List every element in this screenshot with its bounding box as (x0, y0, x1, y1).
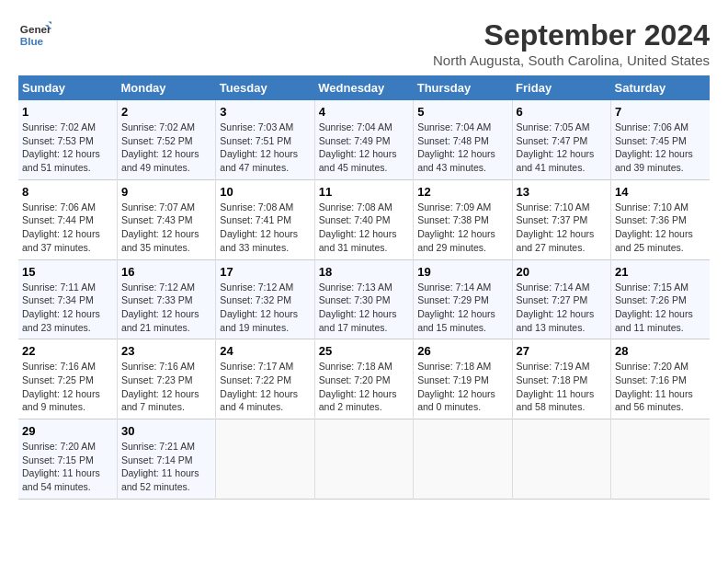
calendar-cell: 6Sunrise: 7:05 AM Sunset: 7:47 PM Daylig… (512, 100, 610, 179)
day-info: Sunrise: 7:16 AM Sunset: 7:23 PM Dayligh… (121, 360, 211, 414)
day-number: 9 (121, 185, 211, 199)
calendar-cell: 1Sunrise: 7:02 AM Sunset: 7:53 PM Daylig… (18, 100, 117, 179)
calendar-week-3: 15Sunrise: 7:11 AM Sunset: 7:34 PM Dayli… (18, 259, 710, 339)
svg-text:General: General (20, 23, 51, 35)
day-number: 16 (121, 265, 211, 279)
day-header-friday: Friday (512, 75, 610, 100)
days-header-row: SundayMondayTuesdayWednesdayThursdayFrid… (18, 75, 710, 100)
day-info: Sunrise: 7:20 AM Sunset: 7:16 PM Dayligh… (615, 360, 706, 414)
day-info: Sunrise: 7:13 AM Sunset: 7:30 PM Dayligh… (319, 281, 409, 335)
calendar-cell: 5Sunrise: 7:04 AM Sunset: 7:48 PM Daylig… (414, 100, 512, 179)
day-number: 10 (220, 185, 310, 199)
day-info: Sunrise: 7:15 AM Sunset: 7:26 PM Dayligh… (615, 281, 706, 335)
day-info: Sunrise: 7:06 AM Sunset: 7:44 PM Dayligh… (22, 201, 113, 255)
calendar-cell (216, 419, 314, 500)
day-header-monday: Monday (117, 75, 215, 100)
day-number: 13 (517, 185, 607, 199)
calendar-cell: 22Sunrise: 7:16 AM Sunset: 7:25 PM Dayli… (18, 339, 117, 419)
calendar-cell: 23Sunrise: 7:16 AM Sunset: 7:23 PM Dayli… (117, 339, 215, 419)
calendar-cell: 17Sunrise: 7:12 AM Sunset: 7:32 PM Dayli… (216, 259, 314, 339)
day-number: 19 (417, 265, 507, 279)
calendar-week-5: 29Sunrise: 7:20 AM Sunset: 7:15 PM Dayli… (18, 419, 710, 500)
day-info: Sunrise: 7:16 AM Sunset: 7:25 PM Dayligh… (22, 360, 113, 414)
header: General Blue September 2024 North August… (18, 18, 710, 68)
day-info: Sunrise: 7:02 AM Sunset: 7:53 PM Dayligh… (22, 121, 113, 175)
day-info: Sunrise: 7:18 AM Sunset: 7:19 PM Dayligh… (417, 360, 507, 414)
day-info: Sunrise: 7:20 AM Sunset: 7:15 PM Dayligh… (22, 440, 113, 494)
day-number: 25 (319, 344, 409, 358)
day-info: Sunrise: 7:17 AM Sunset: 7:22 PM Dayligh… (220, 360, 310, 414)
calendar-cell (314, 419, 413, 500)
day-header-tuesday: Tuesday (216, 75, 314, 100)
main-title: September 2024 (433, 18, 710, 52)
day-info: Sunrise: 7:09 AM Sunset: 7:38 PM Dayligh… (417, 201, 507, 255)
day-header-thursday: Thursday (414, 75, 512, 100)
day-info: Sunrise: 7:12 AM Sunset: 7:32 PM Dayligh… (220, 281, 310, 335)
day-number: 8 (22, 185, 113, 199)
day-info: Sunrise: 7:10 AM Sunset: 7:37 PM Dayligh… (517, 201, 607, 255)
calendar-cell: 4Sunrise: 7:04 AM Sunset: 7:49 PM Daylig… (314, 100, 413, 179)
day-number: 6 (517, 105, 607, 119)
day-header-sunday: Sunday (18, 75, 117, 100)
day-info: Sunrise: 7:19 AM Sunset: 7:18 PM Dayligh… (517, 360, 607, 414)
day-number: 17 (220, 265, 310, 279)
calendar-cell: 16Sunrise: 7:12 AM Sunset: 7:33 PM Dayli… (117, 259, 215, 339)
day-info: Sunrise: 7:18 AM Sunset: 7:20 PM Dayligh… (319, 360, 409, 414)
day-info: Sunrise: 7:02 AM Sunset: 7:52 PM Dayligh… (121, 121, 211, 175)
logo-icon: General Blue (18, 18, 51, 52)
day-number: 5 (417, 105, 507, 119)
day-number: 26 (417, 344, 507, 358)
calendar-cell: 8Sunrise: 7:06 AM Sunset: 7:44 PM Daylig… (18, 179, 117, 259)
day-number: 2 (121, 105, 211, 119)
day-info: Sunrise: 7:12 AM Sunset: 7:33 PM Dayligh… (121, 281, 211, 335)
title-area: September 2024 North Augusta, South Caro… (433, 18, 710, 68)
day-number: 20 (517, 265, 607, 279)
day-number: 29 (22, 424, 113, 438)
calendar-cell: 11Sunrise: 7:08 AM Sunset: 7:40 PM Dayli… (314, 179, 413, 259)
day-number: 15 (22, 265, 113, 279)
calendar-cell: 3Sunrise: 7:03 AM Sunset: 7:51 PM Daylig… (216, 100, 314, 179)
day-info: Sunrise: 7:08 AM Sunset: 7:41 PM Dayligh… (220, 201, 310, 255)
calendar-cell: 30Sunrise: 7:21 AM Sunset: 7:14 PM Dayli… (117, 419, 215, 500)
day-header-wednesday: Wednesday (314, 75, 413, 100)
logo: General Blue (18, 18, 51, 52)
day-number: 12 (417, 185, 507, 199)
calendar-cell: 29Sunrise: 7:20 AM Sunset: 7:15 PM Dayli… (18, 419, 117, 500)
calendar-cell: 21Sunrise: 7:15 AM Sunset: 7:26 PM Dayli… (611, 259, 710, 339)
calendar-cell: 26Sunrise: 7:18 AM Sunset: 7:19 PM Dayli… (414, 339, 512, 419)
day-info: Sunrise: 7:08 AM Sunset: 7:40 PM Dayligh… (319, 201, 409, 255)
calendar-cell: 18Sunrise: 7:13 AM Sunset: 7:30 PM Dayli… (314, 259, 413, 339)
day-info: Sunrise: 7:04 AM Sunset: 7:48 PM Dayligh… (417, 121, 507, 175)
calendar-cell: 24Sunrise: 7:17 AM Sunset: 7:22 PM Dayli… (216, 339, 314, 419)
calendar-cell (414, 419, 512, 500)
calendar-cell: 27Sunrise: 7:19 AM Sunset: 7:18 PM Dayli… (512, 339, 610, 419)
day-number: 22 (22, 344, 113, 358)
subtitle: North Augusta, South Carolina, United St… (433, 52, 710, 68)
calendar-week-1: 1Sunrise: 7:02 AM Sunset: 7:53 PM Daylig… (18, 100, 710, 179)
day-info: Sunrise: 7:07 AM Sunset: 7:43 PM Dayligh… (121, 201, 211, 255)
day-number: 18 (319, 265, 409, 279)
day-number: 14 (615, 185, 706, 199)
calendar-table: SundayMondayTuesdayWednesdayThursdayFrid… (18, 75, 710, 500)
day-info: Sunrise: 7:11 AM Sunset: 7:34 PM Dayligh… (22, 281, 113, 335)
calendar-cell: 19Sunrise: 7:14 AM Sunset: 7:29 PM Dayli… (414, 259, 512, 339)
calendar-cell: 20Sunrise: 7:14 AM Sunset: 7:27 PM Dayli… (512, 259, 610, 339)
calendar-cell: 13Sunrise: 7:10 AM Sunset: 7:37 PM Dayli… (512, 179, 610, 259)
svg-text:Blue: Blue (20, 35, 44, 47)
calendar-cell: 14Sunrise: 7:10 AM Sunset: 7:36 PM Dayli… (611, 179, 710, 259)
calendar-cell (512, 419, 610, 500)
day-header-saturday: Saturday (611, 75, 710, 100)
calendar-week-4: 22Sunrise: 7:16 AM Sunset: 7:25 PM Dayli… (18, 339, 710, 419)
day-number: 4 (319, 105, 409, 119)
calendar-cell: 2Sunrise: 7:02 AM Sunset: 7:52 PM Daylig… (117, 100, 215, 179)
day-number: 30 (121, 424, 211, 438)
day-info: Sunrise: 7:03 AM Sunset: 7:51 PM Dayligh… (220, 121, 310, 175)
day-info: Sunrise: 7:04 AM Sunset: 7:49 PM Dayligh… (319, 121, 409, 175)
calendar-cell: 15Sunrise: 7:11 AM Sunset: 7:34 PM Dayli… (18, 259, 117, 339)
day-info: Sunrise: 7:05 AM Sunset: 7:47 PM Dayligh… (517, 121, 607, 175)
calendar-cell: 25Sunrise: 7:18 AM Sunset: 7:20 PM Dayli… (314, 339, 413, 419)
day-info: Sunrise: 7:10 AM Sunset: 7:36 PM Dayligh… (615, 201, 706, 255)
calendar-cell (611, 419, 710, 500)
day-number: 1 (22, 105, 113, 119)
calendar-cell: 9Sunrise: 7:07 AM Sunset: 7:43 PM Daylig… (117, 179, 215, 259)
